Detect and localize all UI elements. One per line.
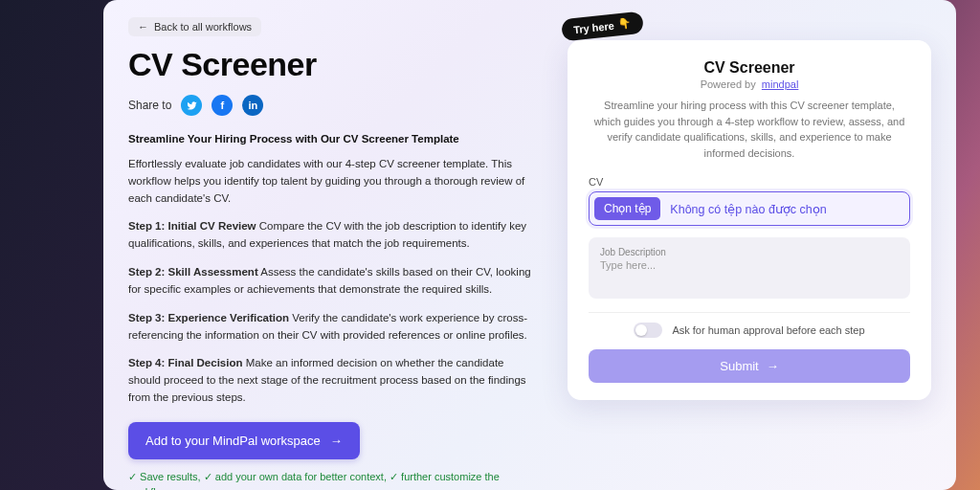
step-1: Step 1: Initial CV Review Compare the CV… [128, 218, 539, 253]
cv-file-input[interactable]: Chọn tệp Không có tệp nào được chọn [589, 191, 910, 226]
powered-by-link[interactable]: mindpal [762, 78, 799, 90]
submit-button[interactable]: Submit → [589, 349, 910, 383]
check-icon: ✓ [390, 471, 398, 482]
check-icon: ✓ [128, 471, 137, 482]
step-3-label: Step 3: Experience Verification [128, 312, 289, 323]
step-4: Step 4: Final Decision Make an informed … [128, 355, 539, 406]
intro-body: Effortlessly evaluate job candidates wit… [128, 156, 539, 207]
cv-field-label: CV [589, 176, 910, 188]
widget-subtitle: Powered by mindpal [589, 78, 910, 90]
share-row: Share to f in [128, 95, 539, 116]
left-column: ← Back to all workflows CV Screener Shar… [128, 17, 539, 480]
workflow-widget: CV Screener Powered by mindpal Streamlin… [568, 40, 931, 400]
step-4-label: Step 4: Final Decision [128, 357, 243, 368]
widget-description: Streamline your hiring process with this… [589, 98, 910, 161]
jd-placeholder: Type here... [600, 259, 899, 271]
intro-heading: Streamline Your Hiring Process with Our … [128, 133, 539, 145]
facebook-icon[interactable]: f [212, 95, 233, 116]
page-title: CV Screener [128, 46, 539, 83]
job-description-input[interactable]: Job Description Type here... [589, 237, 910, 299]
arrow-right-icon: → [330, 434, 343, 448]
file-status-text: Không có tệp nào được chọn [670, 202, 826, 216]
benefits-list: ✓ Save results, ✓ add your own data for … [128, 469, 539, 490]
divider [589, 312, 910, 313]
human-approval-toggle[interactable] [634, 323, 662, 338]
linkedin-icon[interactable]: in [242, 95, 263, 116]
benefit-2: add your own data for better context, [215, 471, 387, 482]
arrow-left-icon: ← [138, 21, 148, 33]
step-2: Step 2: Skill Assessment Assess the cand… [128, 264, 539, 299]
try-label: Try here [573, 19, 615, 34]
right-column: Try here 👇 CV Screener Powered by mindpa… [568, 17, 931, 480]
choose-file-button[interactable]: Chọn tệp [594, 197, 660, 220]
try-here-badge: Try here 👇 [561, 11, 644, 42]
submit-label: Submit [720, 359, 758, 373]
pointer-down-icon: 👇 [617, 17, 632, 31]
approval-label: Ask for human approval before each step [672, 324, 864, 336]
step-3: Step 3: Experience Verification Verify t… [128, 310, 539, 345]
check-icon: ✓ [204, 471, 212, 482]
back-label: Back to all workflows [154, 21, 252, 33]
approval-row: Ask for human approval before each step [589, 323, 910, 338]
widget-title: CV Screener [589, 59, 910, 77]
benefit-1: Save results, [140, 471, 201, 482]
cta-label: Add to your MindPal workspace [145, 434, 321, 448]
back-to-workflows-button[interactable]: ← Back to all workflows [128, 17, 261, 36]
step-2-label: Step 2: Skill Assessment [128, 266, 258, 278]
add-to-workspace-button[interactable]: Add to your MindPal workspace → [128, 422, 360, 459]
twitter-icon[interactable] [181, 95, 202, 116]
share-label: Share to [128, 99, 171, 112]
powered-by-prefix: Powered by [701, 78, 756, 90]
step-1-label: Step 1: Initial CV Review [128, 220, 256, 232]
arrow-right-icon: → [767, 359, 779, 373]
jd-label: Job Description [600, 247, 899, 257]
workflow-page-card: ← Back to all workflows CV Screener Shar… [103, 0, 956, 490]
